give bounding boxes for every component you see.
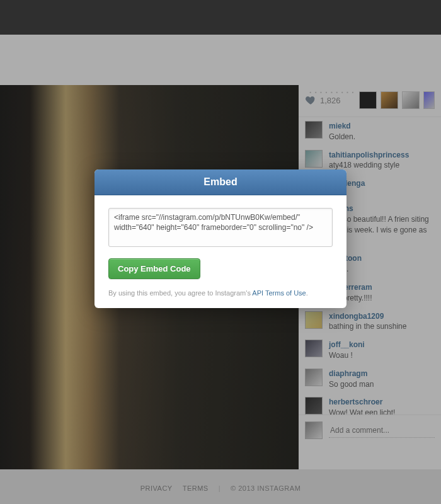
tos-prefix: By using this embed, you agree to Instag… (108, 289, 252, 297)
embed-modal: Embed Copy Embed Code By using this embe… (94, 169, 346, 308)
tos-suffix: . (306, 289, 308, 297)
embed-code-textarea[interactable] (108, 208, 333, 247)
tos-link[interactable]: API Terms of Use (252, 289, 306, 297)
copy-embed-button[interactable]: Copy Embed Code (108, 258, 200, 279)
modal-title: Embed (94, 169, 346, 195)
tos-line: By using this embed, you agree to Instag… (108, 289, 333, 297)
